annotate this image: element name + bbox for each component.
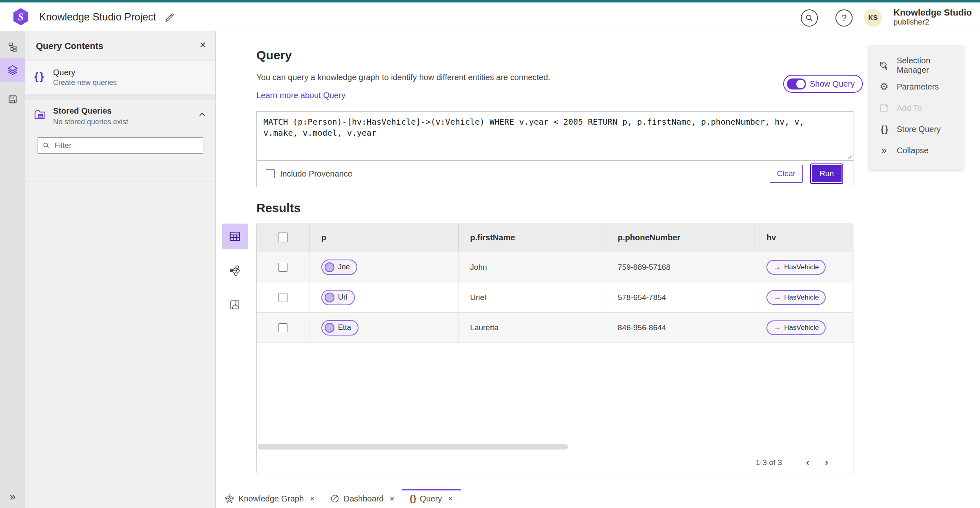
account-info: Knowledge Studio publisher2 — [893, 7, 972, 27]
row-checkbox[interactable] — [278, 293, 287, 302]
stored-queries-subtitle: No stored queries exist — [53, 118, 128, 126]
query-description: You can query a knowledge graph to ident… — [256, 73, 550, 82]
panel-header: Query Contents ✕ — [25, 31, 215, 60]
tab-dashboard[interactable]: Dashboard ✕ — [323, 489, 402, 508]
collapse-icon: » — [879, 145, 889, 156]
menu-item-label: Store Query — [897, 125, 941, 134]
select-all-checkbox[interactable] — [278, 233, 288, 242]
close-icon[interactable]: ✕ — [199, 40, 206, 50]
phone-cell: 759-889-57168 — [606, 252, 755, 282]
graph-view-icon[interactable] — [222, 258, 248, 283]
filter-input[interactable] — [54, 141, 193, 150]
search-icon[interactable] — [801, 9, 818, 27]
store-query-item[interactable]: { } Store Query — [869, 119, 964, 140]
parameters-item[interactable]: ⚙ Parameters — [869, 76, 964, 97]
entity-label: Uri — [338, 293, 347, 302]
relationship-label: HasVehicle — [784, 324, 819, 332]
menu-item-label: Collapse — [897, 146, 929, 155]
results-title: Results — [256, 201, 301, 215]
braces-icon: { } — [34, 70, 43, 83]
column-header[interactable]: p.firstName — [459, 223, 606, 252]
entity-pill[interactable]: Uri — [321, 290, 355, 305]
menu-item-label: Parameters — [897, 82, 939, 92]
relationship-label: HasVehicle — [784, 293, 819, 302]
include-provenance-checkbox[interactable] — [266, 169, 275, 178]
tab-query[interactable]: { } Query ✕ — [402, 489, 461, 508]
arrow-right-icon: → — [773, 263, 781, 271]
account-username: publisher2 — [893, 18, 972, 27]
main-content: Query You can query a knowledge graph to… — [216, 31, 980, 489]
stored-queries-section: Stored Queries No stored queries exist — [25, 100, 215, 181]
scrollbar-thumb[interactable] — [258, 444, 568, 450]
clear-button[interactable]: Clear — [770, 165, 803, 183]
edit-title-icon[interactable] — [164, 11, 176, 23]
avatar-initials: KS — [868, 14, 878, 22]
layers-rail-icon[interactable] — [0, 58, 25, 82]
data-model-rail-icon[interactable] — [0, 36, 25, 58]
knowledge-graph-icon — [225, 494, 234, 504]
braces-icon: { } — [879, 124, 889, 134]
collapse-item[interactable]: » Collapse — [869, 140, 964, 161]
selection-manager-item[interactable]: Selection Manager — [869, 55, 964, 76]
tab-label: Dashboard — [344, 494, 384, 504]
save-rail-icon[interactable] — [0, 88, 25, 110]
add-to-item: Add To — [869, 97, 964, 119]
close-icon[interactable]: ✕ — [448, 495, 453, 503]
results-view-rail — [222, 224, 248, 318]
close-icon[interactable]: ✕ — [310, 495, 315, 503]
phone-cell: 578-654-7854 — [606, 282, 755, 312]
tab-label: Knowledge Graph — [238, 494, 304, 504]
column-header[interactable]: hv — [755, 223, 853, 252]
previous-page-icon[interactable]: ‹ — [800, 455, 815, 470]
map-view-icon[interactable] — [222, 292, 248, 318]
relationship-pill[interactable]: →HasVehicle — [766, 290, 826, 305]
relationship-pill[interactable]: →HasVehicle — [766, 320, 826, 335]
left-rail: » — [0, 31, 25, 508]
table-view-icon[interactable] — [222, 224, 248, 249]
entity-dot-icon — [325, 262, 334, 272]
avatar[interactable]: KS — [864, 9, 882, 27]
selection-manager-icon — [879, 60, 889, 71]
query-item-title: Query — [53, 68, 75, 77]
toggle-track[interactable] — [787, 78, 806, 90]
arrow-right-icon: → — [773, 323, 781, 332]
show-query-label: Show Query — [810, 79, 855, 89]
tab-knowledge-graph[interactable]: Knowledge Graph ✕ — [217, 489, 323, 508]
panel-title: Query Contents — [36, 41, 103, 51]
gear-icon: ⚙ — [879, 81, 889, 92]
query-editor[interactable]: MATCH (p:Person)-[hv:HasVehicle]->(v:Veh… — [257, 112, 853, 161]
horizontal-scrollbar[interactable] — [258, 444, 852, 450]
next-page-icon[interactable]: › — [819, 455, 834, 470]
pagination-range: 1-3 of 3 — [756, 458, 782, 467]
entity-pill[interactable]: Etta — [321, 320, 359, 336]
table-row[interactable]: Uri Uriel 578-654-7854 →HasVehicle — [257, 282, 853, 313]
run-button[interactable]: Run — [811, 164, 842, 183]
column-header[interactable]: p — [310, 223, 459, 252]
relationship-pill[interactable]: →HasVehicle — [766, 260, 826, 275]
pagination-bar: 1-3 of 3 ‹ › — [257, 451, 853, 474]
stored-queries-icon — [33, 109, 46, 121]
query-item[interactable]: { } Query Create new queries — [25, 60, 215, 95]
query-editor-container: MATCH (p:Person)-[hv:HasVehicle]->(v:Veh… — [256, 111, 853, 187]
table-row[interactable]: Etta Lauretta 846-956-8644 →HasVehicle — [257, 313, 853, 343]
row-checkbox[interactable] — [278, 263, 287, 272]
account-name: Knowledge Studio — [893, 7, 972, 18]
expand-rail-icon[interactable]: » — [0, 490, 25, 503]
learn-more-link[interactable]: Learn more about Query — [256, 91, 345, 100]
table-row[interactable]: Joe John 759-889-57168 →HasVehicle — [257, 252, 853, 282]
column-header[interactable]: p.phoneNumber — [606, 223, 755, 252]
chevron-up-icon[interactable] — [198, 110, 206, 119]
help-icon[interactable]: ? — [835, 9, 853, 27]
entity-label: Joe — [338, 263, 350, 271]
first-name-cell: Lauretta — [459, 313, 606, 342]
phone-cell: 846-956-8644 — [606, 313, 755, 342]
app-logo[interactable]: S — [11, 7, 30, 26]
row-checkbox[interactable] — [278, 323, 287, 332]
help-glyph: ? — [842, 13, 846, 23]
dashboard-icon — [330, 494, 340, 504]
entity-pill[interactable]: Joe — [321, 260, 357, 275]
filter-field[interactable] — [38, 137, 203, 154]
close-icon[interactable]: ✕ — [389, 495, 394, 503]
show-query-toggle[interactable]: Show Query — [783, 75, 863, 93]
query-contents-panel: Query Contents ✕ { } Query Create new qu… — [25, 31, 216, 508]
